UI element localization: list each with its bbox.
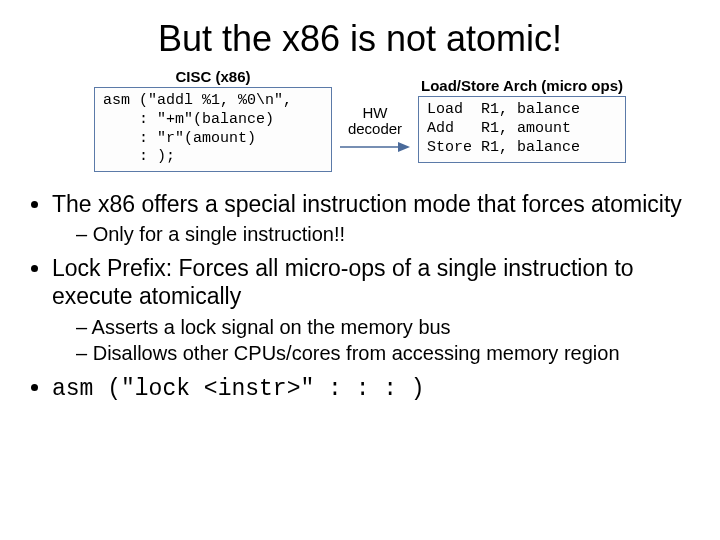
microops-header: Load/Store Arch (micro ops) — [421, 77, 623, 94]
microops-codebox: Load R1, balance Add R1, amount Store R1… — [418, 96, 626, 162]
bullet-text: The x86 offers a special instruction mod… — [52, 191, 682, 217]
sub-list: Asserts a lock signal on the memory bus … — [76, 315, 700, 366]
list-item: asm ("lock <instr>" : : : ) — [52, 373, 700, 403]
sub-list: Only for a single instruction!! — [76, 222, 700, 246]
bullet-text: Lock Prefix: Forces all micro-ops of a s… — [52, 255, 634, 309]
slide: But the x86 is not atomic! CISC (x86) as… — [0, 0, 720, 429]
svg-marker-1 — [398, 142, 410, 152]
cisc-header: CISC (x86) — [175, 68, 250, 85]
microops-column: Load/Store Arch (micro ops) Load R1, bal… — [418, 77, 626, 162]
list-item: The x86 offers a special instruction mod… — [52, 190, 700, 246]
arrow-right-icon — [340, 140, 410, 154]
bullet-code: asm ("lock <instr>" : : : ) — [52, 376, 425, 402]
connector-label: HW decoder — [348, 105, 402, 138]
connector-label-line2: decoder — [348, 120, 402, 137]
cisc-column: CISC (x86) asm ("addl %1, %0\n", : "+m"(… — [94, 68, 332, 172]
bullet-list: The x86 offers a special instruction mod… — [30, 190, 700, 403]
connector: HW decoder — [340, 87, 410, 154]
connector-label-line1: HW — [363, 104, 388, 121]
list-item: Lock Prefix: Forces all micro-ops of a s… — [52, 254, 700, 365]
list-item: Disallows other CPUs/cores from accessin… — [76, 341, 700, 365]
page-title: But the x86 is not atomic! — [20, 18, 700, 60]
cisc-codebox: asm ("addl %1, %0\n", : "+m"(balance) : … — [94, 87, 332, 172]
diagram-row: CISC (x86) asm ("addl %1, %0\n", : "+m"(… — [20, 68, 700, 172]
list-item: Only for a single instruction!! — [76, 222, 700, 246]
list-item: Asserts a lock signal on the memory bus — [76, 315, 700, 339]
